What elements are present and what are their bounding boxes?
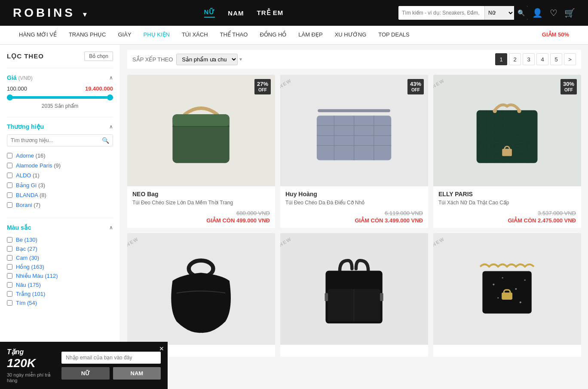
list-item[interactable]: Bạc (27) bbox=[7, 244, 113, 253]
promo-email-input[interactable] bbox=[61, 352, 161, 362]
nav-phu-kien[interactable]: PHỤ KIỆN bbox=[138, 26, 176, 44]
nav-giay[interactable]: GIÀY bbox=[112, 26, 137, 44]
brand-checkbox-adorne[interactable] bbox=[7, 153, 12, 158]
nav-nam[interactable]: NAM bbox=[228, 9, 244, 17]
page-btn-4[interactable]: 4 bbox=[536, 53, 548, 65]
nav-tre-em[interactable]: TRẺ EM bbox=[257, 9, 284, 17]
price-slider[interactable] bbox=[7, 96, 113, 99]
list-item[interactable]: BLANDA (8) bbox=[7, 190, 113, 200]
list-item[interactable]: Alamode Paris (9) bbox=[7, 161, 113, 170]
page-btn-2[interactable]: 2 bbox=[509, 53, 521, 65]
wishlist-icon[interactable]: ♡ bbox=[550, 8, 557, 18]
product-card[interactable]: NEW bbox=[433, 233, 581, 357]
product-image-3: NEW bbox=[433, 75, 581, 186]
brand-link-borani[interactable]: Borani bbox=[16, 202, 32, 208]
product-card[interactable]: NEW bbox=[433, 75, 581, 228]
brand-checkbox-bang-gi[interactable] bbox=[7, 182, 12, 188]
product-image-2: NEW 43% bbox=[280, 75, 428, 186]
primary-nav-links: NỮ NAM TRẺ EM bbox=[204, 8, 284, 18]
color-section-header[interactable]: Màu sắc ∧ bbox=[7, 224, 113, 231]
list-item[interactable]: Cam (30) bbox=[7, 253, 113, 262]
filter-title: LỌC THEO bbox=[7, 52, 44, 60]
sidebar: LỌC THEO Bỏ chọn Giá (VNĐ) ∧ 100.000 19.… bbox=[0, 45, 120, 362]
cart-icon[interactable]: 🛒 bbox=[564, 8, 575, 18]
product-prices-2: 6.119.000 VNĐ GIẢM CÒN 3.499.000 VNĐ bbox=[285, 210, 423, 224]
product-card[interactable]: NEW 43% bbox=[280, 75, 428, 228]
slider-thumb-right[interactable] bbox=[107, 94, 113, 100]
list-item[interactable]: ALDO (1) bbox=[7, 170, 113, 180]
product-info-6 bbox=[433, 345, 581, 357]
nav-sale[interactable]: GIẢM 50% bbox=[536, 26, 575, 44]
brand-link-alamode[interactable]: Alamode Paris bbox=[16, 162, 52, 169]
slider-thumb-left[interactable] bbox=[7, 94, 13, 100]
color-checkbox-cam[interactable] bbox=[7, 255, 12, 261]
color-checkbox-trang[interactable] bbox=[7, 291, 12, 297]
brand-link-aldo[interactable]: ALDO bbox=[16, 172, 31, 179]
original-price-2: 6.119.000 VNĐ bbox=[285, 210, 423, 216]
list-item[interactable]: Trắng (101) bbox=[7, 289, 113, 298]
brand-checkbox-blanda[interactable] bbox=[7, 192, 12, 198]
svg-point-18 bbox=[518, 109, 521, 113]
svg-point-30 bbox=[498, 297, 499, 298]
product-card[interactable]: NEW bbox=[127, 233, 275, 357]
list-item[interactable]: Borani (7) bbox=[7, 200, 113, 210]
list-item[interactable]: Bảng Gì (3) bbox=[7, 180, 113, 190]
nav-top-deals[interactable]: TOP DEALS bbox=[372, 26, 416, 44]
product-card[interactable]: 27% OFF NEO Bag Túi Đeo Chéo Size Lớn Da… bbox=[127, 75, 275, 228]
sort-select[interactable]: Sản phẩm ưa chu Giá tăng dần Giá giảm dầ… bbox=[176, 54, 238, 65]
nav-nu[interactable]: NỮ bbox=[204, 8, 215, 18]
sale-price-1: GIẢM CÒN 499.000 VNĐ bbox=[132, 217, 270, 224]
new-badge-2: NEW bbox=[280, 78, 293, 89]
color-checkbox-nau[interactable] bbox=[7, 282, 12, 288]
slider-fill bbox=[7, 96, 113, 99]
bag-svg-6 bbox=[448, 244, 566, 334]
svg-rect-24 bbox=[380, 293, 384, 301]
nav-trang-phuc[interactable]: TRANG PHỤC bbox=[63, 26, 112, 44]
list-item[interactable]: Be (130) bbox=[7, 235, 113, 244]
list-item[interactable]: Tím (54) bbox=[7, 298, 113, 307]
sale-price-2: GIẢM CÒN 3.499.000 VNĐ bbox=[285, 217, 423, 224]
page-btn-next[interactable]: > bbox=[564, 53, 576, 65]
promo-popup: Tặng 120K 30 ngày miễn phí trả hàng NỮ N… bbox=[0, 342, 168, 362]
clear-filter-button[interactable]: Bỏ chọn bbox=[84, 52, 113, 61]
product-image-6: NEW bbox=[433, 233, 581, 345]
list-item[interactable]: Adorne (16) bbox=[7, 151, 113, 161]
page-btn-5[interactable]: 5 bbox=[550, 53, 562, 65]
color-checkbox-bac[interactable] bbox=[7, 246, 12, 252]
nav-right: Nữ Nam Trẻ Em 🔍 👤 ♡ 🛒 bbox=[398, 6, 575, 20]
list-item[interactable]: Hồng (163) bbox=[7, 262, 113, 271]
search-input[interactable] bbox=[398, 6, 484, 20]
brand-search-input[interactable] bbox=[11, 137, 102, 143]
nav-dong-ho[interactable]: ĐỒNG HỒ bbox=[254, 26, 292, 44]
nav-hang-moi-ve[interactable]: HÀNG MỚI VỀ bbox=[13, 26, 63, 44]
list-item[interactable]: Nâu (175) bbox=[7, 280, 113, 289]
search-button[interactable]: 🔍 bbox=[514, 6, 528, 20]
account-icon[interactable]: 👤 bbox=[532, 8, 543, 18]
color-checkbox-nhieu-mau[interactable] bbox=[7, 273, 12, 279]
price-section-header[interactable]: Giá (VNĐ) ∧ bbox=[7, 74, 113, 81]
brand-link-adorne[interactable]: Adorne bbox=[16, 152, 34, 159]
nav-the-thao[interactable]: THỂ THAO bbox=[214, 26, 254, 44]
list-item[interactable]: Nhiều Màu (112) bbox=[7, 271, 113, 280]
brand-section-header[interactable]: Thương hiệu ∧ bbox=[7, 123, 113, 130]
brand-link-bang-gi[interactable]: Bảng Gì bbox=[16, 182, 37, 188]
svg-point-29 bbox=[524, 279, 526, 280]
brand-checkbox-aldo[interactable] bbox=[7, 173, 12, 178]
product-card[interactable]: NEW bbox=[280, 233, 428, 357]
color-list: Be (130) Bạc (27) Cam (30) Hồng (163) Nh… bbox=[7, 235, 113, 307]
color-checkbox-hong[interactable] bbox=[7, 264, 12, 270]
brand-checkbox-alamode[interactable] bbox=[7, 163, 12, 168]
brand-link-blanda[interactable]: BLANDA bbox=[16, 192, 38, 198]
nav-tui-xach[interactable]: TÚI XÁCH bbox=[176, 26, 214, 44]
nav-lam-dep[interactable]: LÀM ĐẸP bbox=[292, 26, 328, 44]
nav-xu-huong[interactable]: XU HƯỚNG bbox=[329, 26, 373, 44]
original-price-1: 680.000 VNĐ bbox=[132, 210, 270, 216]
color-checkbox-tim[interactable] bbox=[7, 300, 12, 306]
color-checkbox-be[interactable] bbox=[7, 237, 12, 243]
page-btn-3[interactable]: 3 bbox=[523, 53, 535, 65]
search-category-select[interactable]: Nữ Nam Trẻ Em bbox=[484, 6, 514, 20]
brand-checkbox-borani[interactable] bbox=[7, 202, 12, 208]
page-btn-1[interactable]: 1 bbox=[495, 53, 507, 65]
close-popup-button[interactable]: ✕ bbox=[159, 345, 164, 352]
product-brand-3: ELLY PARIS bbox=[438, 191, 576, 198]
